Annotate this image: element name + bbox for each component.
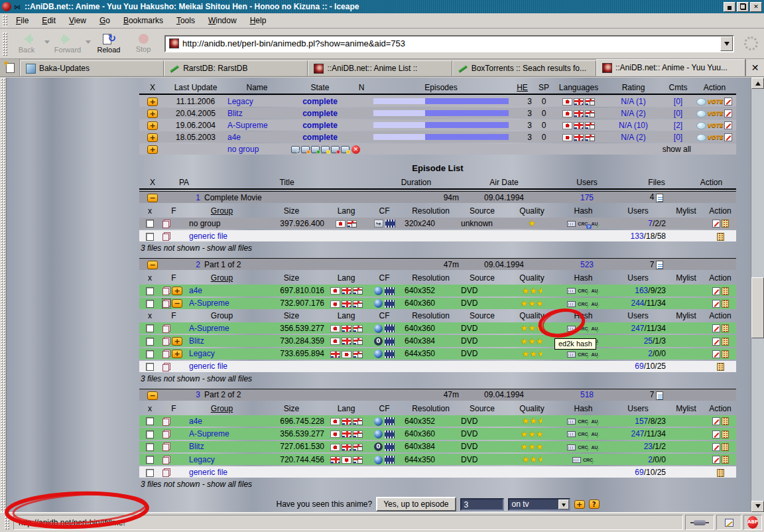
menubar-grippy[interactable] [2,15,7,27]
files-not-shown-note[interactable]: 3 files not shown - show all files [141,374,736,383]
comments-link[interactable]: [2] [674,121,682,130]
file-checkbox[interactable] [146,456,154,464]
edit-icon[interactable] [712,220,720,228]
vote-icon[interactable]: VOTE [707,99,723,105]
file-state-green-icon[interactable] [311,146,320,153]
ed2k-hash-icon[interactable] [567,301,576,307]
menu-help[interactable]: Help [243,14,273,27]
users-link[interactable]: 69 [635,468,643,477]
tab-baka-updates[interactable]: Baka-Updates [20,60,164,76]
mylist-add-icon[interactable] [722,431,729,438]
col-group[interactable]: Group [187,273,257,283]
expand-icon[interactable] [172,287,182,295]
file-checkbox[interactable] [146,431,154,438]
file-copy-icon[interactable] [162,220,170,228]
users-link[interactable]: 7 [648,219,653,228]
file-copy-icon[interactable] [162,430,170,438]
filelist-icon[interactable] [656,391,663,400]
mylist-add-icon[interactable] [722,443,729,451]
help-icon[interactable] [589,499,600,509]
ed2k-hash-icon-circled[interactable] [567,326,576,332]
forward-dropdown-icon[interactable] [86,40,91,46]
group-link[interactable]: A-Supreme [189,299,229,308]
restore-button[interactable] [737,2,749,12]
mylist-add-icon[interactable] [722,300,729,308]
expand-icon[interactable] [172,350,182,358]
file-copy-icon[interactable] [162,324,170,333]
tab-anidb-anime-active[interactable]: ::AniDB.net:: Anime - Yuu Yuu... [596,59,745,76]
expand-icon[interactable] [172,337,182,346]
file-copy-icon[interactable] [162,299,170,308]
file-state-orange-icon[interactable] [301,146,310,153]
filelist-icon[interactable] [656,194,663,202]
url-input[interactable]: http://anidb.net/perl-bin/animedb.pl?sho… [182,38,720,48]
col-group[interactable]: Group [187,206,257,216]
rating-link[interactable]: N/A (2) [621,109,645,118]
back-dropdown-icon[interactable] [44,40,50,46]
ed2k-hash-icon[interactable] [567,431,576,437]
comments-link[interactable]: [0] [674,109,682,118]
add-icon[interactable] [574,500,585,509]
menu-go[interactable]: Go [93,14,117,27]
mylist-add-icon[interactable] [722,324,729,332]
vote-icon[interactable]: VOTE [707,111,723,117]
file-copy-icon[interactable] [162,468,170,477]
comment-balloon-icon[interactable] [696,98,706,105]
file-copy-icon[interactable] [162,417,170,426]
tab-rarstdb[interactable]: RarstDB: RarstDB [164,60,308,76]
episode-number-link[interactable]: 2 [196,260,200,269]
episode-users-link[interactable]: 518 [580,390,594,399]
file-checkbox[interactable] [146,324,154,332]
group-link[interactable]: A-Supreme [189,324,229,333]
comment-balloon-icon[interactable] [696,110,706,117]
ed2k-hash-icon[interactable] [567,288,576,294]
file-checkbox[interactable] [146,220,154,228]
group-link[interactable]: a4e [227,133,241,142]
expand-icon[interactable] [147,145,158,154]
group-link[interactable]: A-Supreme [189,429,229,438]
users-link[interactable]: 133 [631,232,644,241]
back-button[interactable]: Back [9,30,44,58]
app-icon[interactable] [2,2,11,11]
file-copy-icon[interactable] [162,456,170,464]
mylist-add-icon[interactable] [722,338,729,346]
vote-icon[interactable]: VOTE [707,135,723,141]
edit-icon[interactable] [712,431,720,438]
episode-number-input[interactable]: 3 [460,498,504,511]
statusbar-grippy[interactable] [4,516,9,529]
users-link[interactable]: 2 [648,349,653,358]
edit-icon[interactable] [724,109,732,117]
mylist-add-icon[interactable] [717,469,724,477]
menu-view[interactable]: View [62,14,93,27]
expand-icon[interactable] [147,133,158,142]
ed2k-hash-icon[interactable] [567,444,576,450]
tab-anidb-list[interactable]: ::AniDB.net:: Anime List :: [308,60,452,76]
group-link[interactable]: Blitz [227,109,243,118]
file-copy-icon[interactable] [162,442,170,451]
file-copy-icon[interactable] [162,287,170,295]
scroll-up-button[interactable] [751,78,764,89]
comment-balloon-icon[interactable] [696,122,706,129]
sidebar-grippy[interactable] [0,78,7,512]
watch-type-select[interactable]: on tv [508,498,570,511]
ed2k-hash-icon[interactable] [567,419,576,425]
file-state-delete-icon[interactable] [331,146,340,153]
rating-link[interactable]: N/A (2) [621,133,645,142]
collapse-icon[interactable] [147,261,158,269]
mylist-add-icon[interactable] [722,287,729,295]
group-link[interactable]: a4e [189,417,202,426]
file-checkbox[interactable] [146,417,154,425]
tab-boxtorrents[interactable]: BoxTorrents :: Seach results fo... [452,60,596,76]
file-checkbox[interactable] [146,233,154,241]
file-checkbox[interactable] [146,469,154,477]
episode-number-link[interactable]: 3 [196,390,200,399]
ed2k-hash-icon[interactable] [567,352,576,358]
users-link[interactable]: 244 [631,299,644,308]
scroll-down-button[interactable] [751,501,764,512]
edit-icon[interactable] [712,287,720,295]
mylist-add-icon[interactable] [722,456,729,464]
file-state-icon[interactable] [291,146,300,153]
expand-icon[interactable] [147,121,158,130]
generic-file-link[interactable]: generic file [189,232,227,241]
group-link[interactable]: Legacy [189,455,215,464]
